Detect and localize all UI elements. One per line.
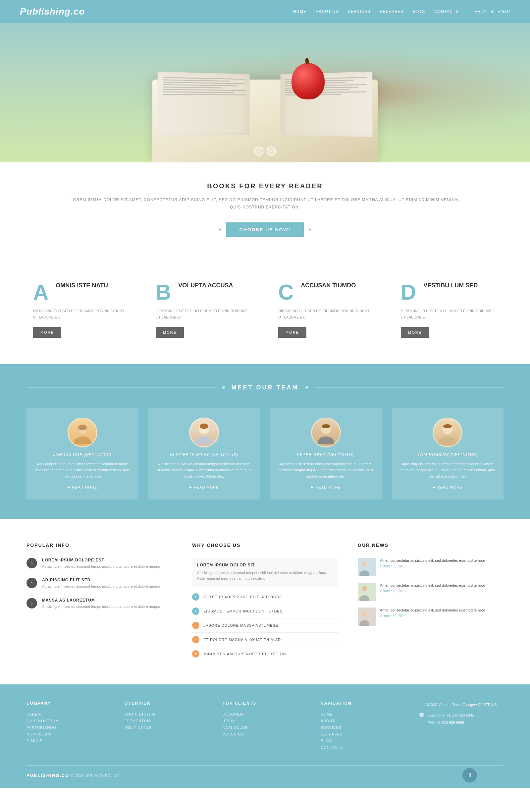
hero-section: ‹ › — [0, 23, 530, 162]
feature-d-letter: D — [401, 282, 416, 303]
divider-line-left — [66, 230, 214, 230]
team-card-elizabeth: ELIZABETH RILEY (VELITATUS) Alpisicing e… — [148, 408, 260, 499]
footer-clients-link-2[interactable]: NOM DOLOR — [223, 725, 307, 729]
book-left-page — [158, 72, 250, 137]
feature-a-btn[interactable]: MORE — [33, 327, 61, 338]
footer-clients-link-0[interactable]: DOLOREM — [223, 712, 307, 716]
popular-icon-2: › — [27, 598, 37, 609]
footer-navigation-title: NAVIGATION — [321, 701, 406, 706]
footer-overview-title: OVERVIEW — [124, 701, 209, 706]
team-card-peter: PETER GREY (VELITATUS) Alpisicing elit, … — [270, 408, 382, 499]
footer-company-link-0[interactable]: LOREM — [27, 712, 111, 716]
footer-company-link-3[interactable]: NOM ULLAM — [27, 732, 111, 736]
footer-nav-link-1[interactable]: ABOUT — [321, 719, 406, 723]
svg-point-13 — [439, 436, 456, 444]
divider-line-right — [316, 230, 464, 230]
svg-point-15 — [443, 424, 452, 428]
nav-contacts[interactable]: CONTACTS — [434, 9, 458, 14]
footer-company-link-1[interactable]: QUIS NOSTRUM — [27, 719, 111, 723]
avatar-tom — [432, 418, 462, 447]
news-item-date-1: October 30, 2013 — [380, 589, 485, 593]
next-arrow[interactable]: › — [267, 146, 276, 156]
feature-d-btn[interactable]: MORE — [401, 327, 429, 338]
popular-icon-0: › — [27, 558, 37, 568]
feature-b-desc: DIPISICING ELIT SED DO EIUSMOD PORINCIDI… — [156, 308, 252, 320]
footer: COMPANY LOREM QUIS NOSTRUM PARTURIENDO N… — [0, 684, 530, 788]
avatar-elizabeth-icon — [192, 421, 216, 444]
choose-us-button[interactable]: CHOOSE US NOW! — [226, 222, 304, 237]
svg-point-7 — [200, 423, 208, 429]
footer-nav-link-2[interactable]: SERVICES — [321, 725, 406, 729]
footer-address-row: ⌂ 1610 St Vincent Place, Glasgow G2 5TF,… — [419, 701, 503, 708]
why-icon-3: ○ — [192, 636, 200, 643]
popular-item-0: › LOREM IPSUM DOLORE EST Apisicing elit,… — [27, 558, 172, 570]
feature-d-title: VESTIBU LUM SED — [423, 280, 478, 289]
nav-about[interactable]: ABOUT US — [316, 9, 339, 14]
footer-nav-link-0[interactable]: HOME — [321, 712, 406, 716]
popular-item-desc-0: Apisicing elit, sed do eiusmod tempo inc… — [42, 564, 160, 570]
nav-services[interactable]: SERVICES — [348, 9, 370, 14]
svg-point-11 — [322, 424, 330, 428]
avatar-peter — [311, 418, 341, 447]
popular-item-desc-1: Apisicing elit, sed do eiusmod tempo inc… — [42, 584, 160, 590]
footer-nav-link-5[interactable]: CONTACTS — [321, 745, 406, 749]
why-icon-1: + — [192, 608, 200, 615]
feature-b-btn[interactable]: MORE — [156, 327, 184, 338]
svg-point-9 — [318, 436, 334, 444]
logo: Publishing.co — [20, 6, 85, 17]
footer-clients-link-3[interactable]: VOLUPING — [223, 732, 307, 736]
feature-a-letter: A — [33, 282, 48, 303]
footer-company-title: COMPANY — [27, 701, 111, 706]
news-item-date-0: October 30, 2013 — [380, 564, 485, 568]
slider-arrows: ‹ › — [254, 146, 276, 156]
cta-description: LOREM IPSUM DOLOR SIT AMET, CONSECTETUR … — [66, 197, 464, 211]
cta-title: BOOKS FOR EVERY READER — [66, 182, 464, 190]
popular-item-title-1: ADIPISCING ELIT SED — [42, 578, 160, 582]
feature-b-title: VOLUPTA ACCUSA — [178, 280, 233, 289]
footer-overview-link-1[interactable]: ELEMENTUM — [124, 719, 209, 723]
team-dot-left — [222, 386, 225, 389]
popular-item-1: › ADIPISCING ELIT SED Apisicing elit, se… — [27, 578, 172, 590]
why-icon-2: ○ — [192, 622, 200, 629]
footer-company-link-2[interactable]: PARTURIENDO — [27, 725, 111, 729]
why-item-4: ★ MINIM VENIAM QUIS NOSTRUD EXETION — [192, 647, 338, 661]
team-elizabeth-readmore[interactable]: READ MORE — [190, 485, 219, 489]
svg-point-1 — [74, 436, 91, 444]
news-item-text-2: Amet, consectetur adipisicing elit, sed … — [380, 608, 485, 613]
footer-clients-link-1[interactable]: IPSUM — [223, 719, 307, 723]
news-thumb-icon-1 — [358, 583, 376, 601]
back-to-top-button[interactable]: ⇧ — [462, 768, 477, 783]
our-news-title: OUR NEWS — [358, 542, 503, 548]
team-section: MEET OUR TEAM JORDAN DOE (VELITATUS) Alp… — [0, 364, 530, 519]
feature-c-btn[interactable]: MORE — [278, 327, 306, 338]
team-card-tom: TOM ROBBINS (VELITATUS) Alpisicing elit,… — [392, 408, 504, 499]
footer-overview-link-0[interactable]: PROIN DICTUM — [124, 712, 209, 716]
nav-help[interactable]: HELP | SITEMAP — [474, 9, 510, 14]
team-line-right — [315, 388, 504, 388]
news-item-text-0: Amet, consectetur adipisicing elit, sed … — [380, 558, 485, 563]
footer-overview-link-2[interactable]: VELIT NATUS — [124, 725, 209, 729]
popular-icon-1: › — [27, 578, 37, 588]
footer-clients-title: FOR CLIENTS — [223, 701, 307, 706]
footer-company-link-4[interactable]: DIMIDIS — [27, 739, 111, 743]
team-peter-readmore[interactable]: READ MORE — [311, 485, 340, 489]
nav-releases[interactable]: RELEASES — [380, 9, 403, 14]
footer-nav-link-4[interactable]: BLOG — [321, 739, 406, 743]
cta-section: BOOKS FOR EVERY READER LOREM IPSUM DOLOR… — [0, 162, 530, 253]
news-thumb-icon-2 — [358, 608, 376, 626]
team-elizabeth-name: ELIZABETH RILEY (VELITATUS) — [157, 452, 252, 457]
footer-policy: © 2013 | PRIVACY POLICY — [71, 774, 119, 778]
nav-blog[interactable]: BLOG — [413, 9, 425, 14]
footer-nav-link-3[interactable]: RELEASES — [321, 732, 406, 736]
why-icon-4: ★ — [192, 650, 200, 657]
team-header: MEET OUR TEAM — [27, 384, 503, 391]
team-jordan-readmore[interactable]: READ MORE — [68, 485, 97, 489]
prev-arrow[interactable]: ‹ — [254, 146, 263, 156]
feature-a: A OMNIS ISTE NATU DIPISICING ELIT SED DO… — [27, 273, 136, 344]
feature-c-letter: C — [278, 282, 294, 303]
popular-item-desc-2: Apisicing elit, sed do eiusmod tempo inc… — [42, 604, 160, 610]
nav-home[interactable]: HOME — [293, 9, 306, 14]
footer-contact: ⌂ 1610 St Vincent Place, Glasgow G2 5TF,… — [419, 701, 503, 752]
why-item-1: + EIUSMOD TEMPOR INCIDIDUNT UTDES — [192, 604, 338, 619]
team-tom-readmore[interactable]: READ MORE — [433, 485, 462, 489]
